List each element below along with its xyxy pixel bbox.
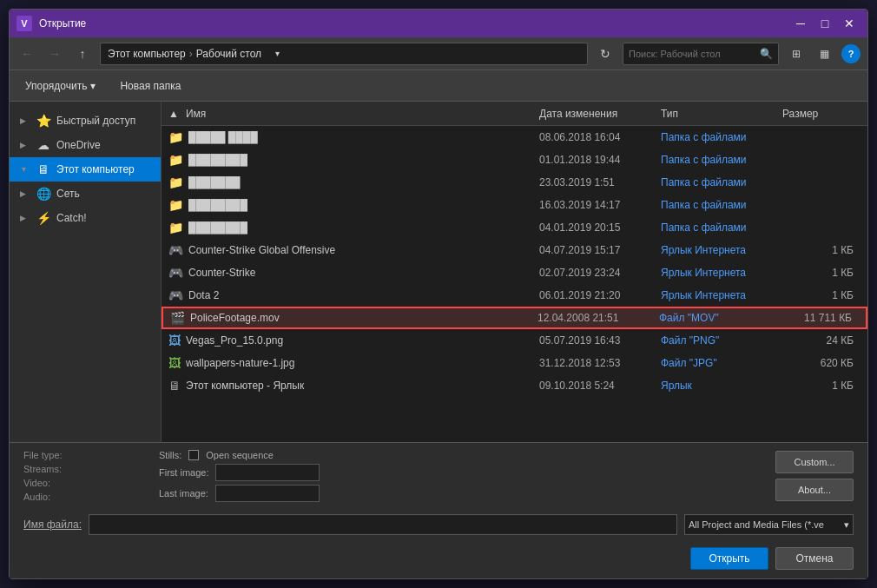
file-type-label: File type:	[23, 450, 63, 460]
streams-row: Streams:	[23, 464, 128, 474]
about-button[interactable]: About...	[775, 479, 854, 501]
refresh-button[interactable]: ↻	[595, 43, 616, 64]
open-button[interactable]: Открыть	[690, 547, 768, 570]
col-header-type[interactable]: Тип	[661, 108, 782, 120]
sidebar-item-onedrive[interactable]: ▶ ☁ OneDrive	[10, 133, 161, 157]
file-size: 620 КБ	[782, 357, 861, 369]
organize-button[interactable]: Упорядочить ▾	[16, 76, 104, 96]
file-name: ███████	[188, 176, 241, 188]
file-type: Файл "MOV"	[659, 312, 781, 324]
help-button[interactable]: ?	[841, 44, 861, 63]
file-type: Ярлык Интернета	[661, 267, 782, 279]
file-type: Ярлык	[661, 380, 782, 392]
file-date: 06.01.2019 21:20	[539, 289, 661, 301]
file-list-header: ▲ Имя Дата изменения Тип Размер	[162, 102, 867, 126]
file-size: 1 КБ	[782, 289, 861, 301]
file-date: 04.01.2019 20:15	[539, 221, 661, 234]
back-button[interactable]: ←	[16, 43, 37, 64]
first-image-input[interactable]	[215, 464, 320, 481]
file-type: Папка с файлами	[661, 199, 782, 211]
open-sequence-label: Open sequence	[206, 450, 274, 460]
new-folder-button[interactable]: Новая папка	[111, 76, 189, 96]
forward-button[interactable]: →	[44, 43, 65, 64]
file-date: 16.03.2019 14:17	[539, 199, 661, 211]
table-row[interactable]: 📁 ████████ 04.01.2019 20:15 Папка с файл…	[162, 216, 867, 239]
col-header-date[interactable]: Дата изменения	[539, 108, 661, 120]
custom-button[interactable]: Custom...	[775, 451, 854, 473]
main-content: ▶ ⭐ Быстрый доступ ▶ ☁ OneDrive ▼ 🖥 Этот…	[10, 102, 867, 442]
table-row[interactable]: 🖥 Этот компьютер - Ярлык 09.10.2018 5:24…	[162, 374, 867, 397]
sidebar-label-onedrive: OneDrive	[56, 139, 101, 151]
video-row: Video:	[23, 478, 128, 488]
breadcrumb-desktop[interactable]: Рабочий стол	[196, 48, 261, 60]
open-sequence-checkbox[interactable]	[188, 450, 199, 460]
filename-input[interactable]	[89, 514, 677, 535]
first-image-row: First image:	[159, 464, 744, 481]
file-name-cell: 📁 █████ ████	[168, 130, 539, 144]
breadcrumb-dropdown[interactable]: ▾	[268, 45, 286, 63]
file-icon: 🖼	[168, 334, 181, 347]
table-row[interactable]: 📁 ████████ 16.03.2019 14:17 Папка с файл…	[162, 194, 867, 216]
file-icon: 📁	[168, 153, 183, 167]
file-name: Counter-Strike Global Offensive	[188, 244, 335, 256]
last-image-input[interactable]	[215, 485, 320, 502]
sidebar-item-this-pc[interactable]: ▼ 🖥 Этот компьютер	[10, 157, 161, 182]
search-input[interactable]	[629, 49, 756, 59]
sidebar-label-catch: Catch!	[56, 212, 87, 224]
sidebar-item-quick-access[interactable]: ▶ ⭐ Быстрый доступ	[10, 109, 161, 133]
file-date: 12.04.2008 21:51	[537, 312, 659, 324]
table-row[interactable]: 🖼 Vegas_Pro_15.0.png 05.07.2019 16:43 Фа…	[162, 329, 867, 352]
window-title: Открытие	[39, 17, 789, 30]
maximize-button[interactable]: □	[814, 15, 836, 32]
file-name: Vegas_Pro_15.0.png	[186, 334, 283, 347]
view-toggle-button[interactable]: ⊞	[786, 43, 807, 64]
file-name: PoliceFootage.mov	[190, 312, 280, 324]
info-row: File type: Streams: Video: Audio: Stills…	[10, 443, 867, 509]
col-header-size[interactable]: Размер	[782, 108, 861, 120]
file-icon: 📁	[168, 130, 183, 144]
table-row[interactable]: 📁 ███████ 23.03.2019 1:51 Папка с файлам…	[162, 171, 867, 194]
stills-row: Stills: Open sequence	[159, 450, 744, 460]
file-type: Папка с файлами	[661, 221, 782, 234]
dialog-window: V Открытие ─ □ ✕ ← → ↑ Этот компьютер › …	[9, 9, 868, 579]
pane-toggle-button[interactable]: ▦	[814, 43, 834, 64]
breadcrumb-pc[interactable]: Этот компьютер	[108, 48, 186, 60]
file-size: 1 КБ	[782, 244, 861, 256]
last-image-label: Last image:	[159, 488, 208, 499]
network-icon: 🌐	[36, 187, 51, 201]
expand-arrow: ▶	[20, 189, 30, 198]
table-row[interactable]: 📁 ████████ 01.01.2018 19:44 Папка с файл…	[162, 149, 867, 171]
cancel-button[interactable]: Отмена	[775, 547, 854, 570]
filetype-dropdown[interactable]: All Project and Media Files (*.ve ▾	[684, 514, 854, 535]
file-name-cell: 🎮 Counter-Strike Global Offensive	[168, 243, 539, 257]
file-icon: 📁	[168, 175, 183, 189]
file-name-cell: 📁 ████████	[168, 153, 539, 167]
table-row[interactable]: 🎮 Counter-Strike 02.07.2019 23:24 Ярлык …	[162, 261, 867, 284]
expand-arrow: ▶	[20, 141, 30, 149]
table-row[interactable]: 🎬 PoliceFootage.mov 12.04.2008 21:51 Фай…	[162, 307, 867, 329]
col-header-name[interactable]: ▲ Имя	[168, 108, 539, 120]
file-date: 09.10.2018 5:24	[539, 380, 661, 392]
close-button[interactable]: ✕	[838, 15, 861, 32]
file-type: Файл "PNG"	[661, 334, 782, 347]
table-row[interactable]: 📁 █████ ████ 08.06.2018 16:04 Папка с фа…	[162, 126, 867, 149]
info-center: Stills: Open sequence First image: Last …	[142, 450, 762, 502]
minimize-button[interactable]: ─	[789, 15, 812, 32]
table-row[interactable]: 🖼 wallpapers-nature-1.jpg 31.12.2018 12:…	[162, 352, 867, 374]
sidebar-item-network[interactable]: ▶ 🌐 Сеть	[10, 182, 161, 206]
title-bar: V Открытие ─ □ ✕	[10, 10, 867, 37]
table-row[interactable]: 🎮 Dota 2 06.01.2019 21:20 Ярлык Интернет…	[162, 284, 867, 307]
up-button[interactable]: ↑	[72, 43, 93, 64]
dropdown-arrow: ▾	[844, 519, 849, 531]
expand-arrow: ▶	[20, 116, 30, 125]
bottom-buttons: Открыть Отмена	[10, 542, 867, 578]
expand-arrow: ▼	[20, 165, 30, 174]
file-icon: 🖼	[168, 356, 181, 370]
file-name: Этот компьютер - Ярлык	[186, 380, 304, 392]
table-row[interactable]: 🎮 Counter-Strike Global Offensive 04.07.…	[162, 239, 867, 261]
sidebar-item-catch[interactable]: ▶ ⚡ Catch!	[10, 206, 161, 230]
sort-arrow: ▲	[168, 108, 179, 120]
file-date: 31.12.2018 12:53	[539, 357, 661, 369]
file-date: 23.03.2019 1:51	[539, 176, 661, 188]
file-type: Папка с файлами	[661, 154, 782, 166]
